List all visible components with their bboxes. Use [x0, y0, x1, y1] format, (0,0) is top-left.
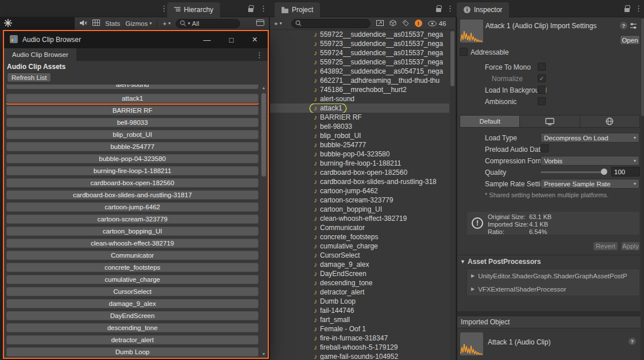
clip-list-item[interactable]: burning-fire-loop-1-188211 [6, 166, 259, 175]
hidden-count-toggle[interactable]: 46 [428, 20, 446, 27]
clip-list-item[interactable]: attack1 [6, 94, 259, 103]
tab-hierarchy[interactable]: Hierarchy [167, 2, 220, 17]
quality-slider-track[interactable] [541, 171, 607, 173]
quality-slider-thumb[interactable] [601, 168, 607, 175]
open-button[interactable]: Open [620, 35, 640, 45]
project-file-row[interactable]: ♪ Communicator [270, 223, 449, 232]
ambisonic-checkbox[interactable] [538, 97, 546, 105]
project-file-row[interactable]: ♪ damage_9_alex [270, 260, 449, 269]
clip-list-item[interactable]: cardboard-box-open-182560 [6, 178, 259, 187]
clip-list-scrollbar[interactable]: ▲ ▼ [260, 85, 267, 357]
effects-burst-icon[interactable] [3, 18, 13, 29]
postprocessor-row[interactable]: ▶ VFXExternalShaderProcessor [467, 282, 639, 296]
clip-list-item[interactable]: bubble-pop-04-323580 [6, 154, 259, 163]
lock-icon[interactable] [436, 5, 442, 13]
clip-list-item-clipped[interactable]: alert-sound [6, 85, 259, 89]
panel-divider[interactable] [269, 0, 270, 360]
project-file-row[interactable]: ♪ game-fail-sounds-104952 [270, 352, 449, 360]
clip-list-item[interactable]: concrete_footsteps [6, 263, 259, 272]
project-file-row[interactable]: ♪ concrete_footsteps [270, 232, 449, 242]
project-file-row[interactable]: ♪ fire-in-furnace-318347 [270, 334, 449, 343]
grid-icon[interactable] [92, 20, 100, 27]
add-dropdown[interactable]: + ▾ [163, 20, 171, 27]
project-file-row[interactable]: ♪ clean-whoosh-effect-382719 [270, 214, 449, 223]
info-badge-icon[interactable]: ! [415, 20, 422, 27]
clip-list-item[interactable]: clean-whoosh-effect-382719 [6, 239, 259, 248]
clip-list-item[interactable]: cumulative_charge [6, 275, 259, 284]
load-type-dropdown[interactable]: Decompress On Load ▾ [541, 133, 639, 143]
stats-toggle[interactable]: Stats [105, 20, 120, 27]
project-file-row[interactable]: ♪ cardboard-box-open-182560 [270, 168, 449, 177]
inspector-scrollbar[interactable] [641, 17, 644, 360]
project-file-row[interactable]: ♪ fart_small [270, 315, 449, 324]
close-icon[interactable]: × [252, 35, 257, 44]
inspector-menu-icon[interactable]: ⋮ [635, 5, 642, 12]
project-scrollbar-thumb[interactable] [450, 31, 454, 86]
project-file-row[interactable]: ♪ alert-sound [270, 94, 449, 104]
create-asset-dropdown[interactable]: + ▾ [274, 20, 282, 27]
project-file-row[interactable]: ♪ bell-98033 [270, 122, 449, 131]
lock-icon[interactable] [624, 5, 630, 13]
tab-inspector[interactable]: i Inspector [457, 2, 509, 17]
clip-list-item[interactable]: cardboard-box-slides-and-rustling-31817 [6, 190, 259, 200]
clip-list-item[interactable]: bell-98033 [6, 118, 259, 127]
quality-value-field[interactable] [611, 167, 640, 177]
hierarchy-search-field[interactable]: ▾ All [176, 19, 240, 28]
clip-list-item[interactable]: Communicator [6, 251, 259, 260]
addressable-checkbox[interactable] [460, 48, 468, 56]
minimize-icon[interactable]: — [203, 36, 211, 44]
platform-tab-standalone[interactable] [520, 116, 579, 127]
platform-tab-default[interactable]: Default [460, 116, 519, 127]
project-menu-icon[interactable]: ⋮ [446, 5, 454, 12]
revert-button[interactable]: Revert [593, 242, 618, 251]
scroll-up-icon[interactable]: ▲ [262, 85, 266, 90]
project-file-row[interactable]: ♪ 559722__suddendice__as015537_nega [270, 30, 449, 39]
project-search-field[interactable] [291, 19, 371, 28]
refresh-list-button[interactable]: Refresh List [7, 72, 51, 82]
project-file-row[interactable]: ♪ 745186__mrechobot__hurt2 [270, 85, 449, 94]
sample-rate-dropdown[interactable]: Preserve Sample Rate ▾ [541, 179, 639, 189]
clip-list-item[interactable]: CursorSelect [6, 287, 259, 296]
project-file-row[interactable]: ♪ bubble-pop-04-323580 [270, 150, 449, 159]
project-file-row[interactable]: ♪ 559723__suddendice__as015537_nega [270, 39, 449, 48]
platform-tab-web[interactable] [580, 116, 639, 127]
clip-list-item[interactable]: cartoon-scream-323779 [6, 215, 259, 224]
project-file-row[interactable]: ♪ cartoon-jump-6462 [270, 186, 449, 196]
gizmos-dropdown[interactable]: Gizmos ▾ [125, 20, 152, 27]
preload-audio-data-checkbox[interactable] [541, 144, 549, 152]
panel-divider[interactable] [456, 0, 457, 360]
project-file-row[interactable]: ♪ bubble-254777 [270, 140, 449, 150]
maximize-icon[interactable]: □ [229, 36, 234, 44]
clip-list-item[interactable]: descending_tone [6, 323, 259, 332]
search-filter-caret-icon[interactable]: ▾ [188, 21, 190, 26]
clip-list-item[interactable]: detractor_alert [6, 335, 259, 344]
hierarchy-menu-icon[interactable]: ⋮ [260, 5, 267, 12]
project-file-row[interactable]: ♪ cartoon-scream-323779 [270, 196, 449, 205]
project-file-row[interactable]: ♪ cardboard-box-slides-and-rustling-318 [270, 177, 449, 186]
project-file-row[interactable]: ♪ fireball-whoosh-5-179129 [270, 343, 449, 352]
clip-list-item[interactable]: Dumb Loop [6, 347, 259, 357]
project-search-input[interactable] [303, 20, 367, 27]
clip-list-item[interactable]: BARRIER RF [6, 106, 259, 115]
project-file-row[interactable]: ♪ 662271__adhdreaming__thud-thud-thu [270, 76, 449, 85]
window-titlebar[interactable]: Audio Clip Browser — □ × [4, 31, 268, 48]
mute-audio-icon[interactable] [79, 20, 87, 28]
project-file-row[interactable]: ♪ cartoon_bopping_UI [270, 205, 449, 214]
project-file-row[interactable]: ♪ fail-144746 [270, 306, 449, 315]
project-file-row[interactable]: ♪ CursorSelect [270, 251, 449, 260]
tab-audio-clip-browser[interactable]: Audio Clip Browser [4, 48, 76, 61]
clip-list-item[interactable]: damage_9_alex [6, 299, 259, 308]
apply-button[interactable]: Apply [621, 242, 640, 251]
presets-icon[interactable] [630, 22, 637, 31]
project-file-row[interactable]: ♪ 559725__suddendice__as015537_nega [270, 58, 449, 67]
help-icon[interactable]: ? [620, 22, 627, 29]
force-to-mono-checkbox[interactable] [538, 63, 546, 71]
clip-list-item[interactable]: bubble-254777 [6, 142, 259, 151]
project-file-row[interactable]: ♪ detractor_alert [270, 288, 449, 297]
asset-postprocessors-title[interactable]: Asset PostProcessors [468, 258, 541, 266]
open-in-search-icon[interactable] [376, 20, 384, 27]
project-file-row[interactable]: ♪ 643892__suddendice__as054715_nega [270, 67, 449, 76]
clip-list-item[interactable]: cartoon_bopping_UI [6, 227, 259, 236]
project-file-row[interactable]: ♪ descending_tone [270, 278, 449, 288]
tab-project[interactable]: Project [275, 2, 320, 17]
